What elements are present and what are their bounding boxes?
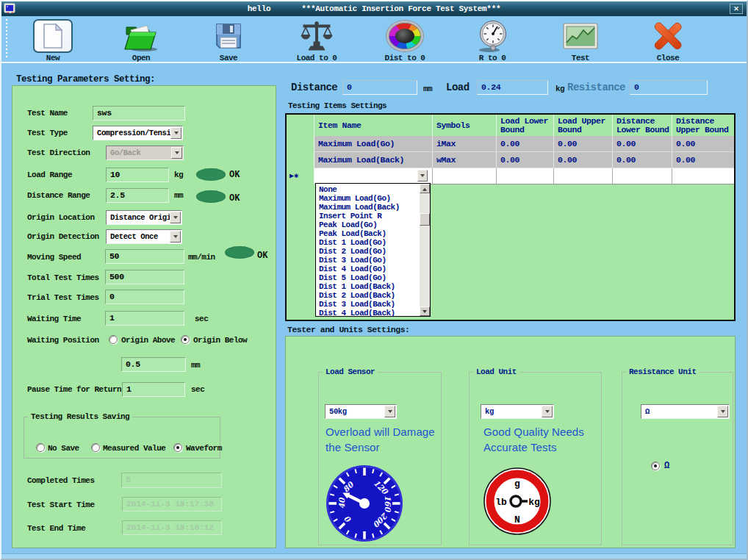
waveform-radio[interactable]: [173, 443, 182, 452]
dropdown-option[interactable]: Dist 3 Load(Go): [317, 256, 419, 265]
titlebar-close-button[interactable]: ✕: [730, 4, 743, 14]
grid-row-2-selector[interactable]: [287, 152, 314, 168]
grid-cell[interactable]: 0.00: [672, 136, 734, 152]
load-unit-combo[interactable]: kg: [481, 404, 554, 419]
toolbar: New Open Save: [1, 16, 747, 63]
waiting-offset-input[interactable]: 0.5: [121, 357, 186, 372]
grid-cell[interactable]: 0.00: [613, 152, 672, 168]
no-save-radio[interactable]: [36, 443, 45, 452]
dropdown-option[interactable]: Dist 2 Load(Go): [317, 247, 419, 256]
grid-row-2[interactable]: Maximum Load(Back) wMax 0.00 0.00 0.00 0…: [314, 152, 734, 168]
load-range-status-text: OK: [229, 170, 240, 180]
origin-detection-dropdown-arrow[interactable]: [170, 231, 181, 243]
dropdown-option[interactable]: Dist 1 Load(Back): [317, 282, 419, 291]
grid-edit-load-lower-cell[interactable]: [497, 168, 554, 184]
dropdown-option[interactable]: Maximum Load(Go): [317, 194, 419, 203]
scrollbar-thumb[interactable]: [420, 213, 430, 226]
origin-location-value: Distance Origin: [110, 213, 176, 222]
dropdown-option[interactable]: None: [317, 185, 419, 194]
close-button[interactable]: Close: [631, 18, 705, 62]
dist-to-0-button[interactable]: Dist to 0: [368, 18, 442, 62]
load-range-input[interactable]: 10: [106, 168, 169, 182]
open-button[interactable]: Open: [104, 18, 178, 62]
origin-location-label: Origin Location: [27, 212, 95, 223]
test-name-input[interactable]: sws: [93, 106, 185, 121]
grid-cell[interactable]: 0.00: [554, 136, 613, 152]
grid-edit-row-selector[interactable]: ▶✱: [287, 168, 314, 184]
grid-edit-dist-lower-cell[interactable]: [613, 168, 672, 184]
grid-cell[interactable]: 0.00: [497, 152, 554, 168]
dropdown-option[interactable]: Maximum Load(Back): [317, 203, 419, 212]
distance-range-input[interactable]: 2.5: [106, 188, 169, 203]
load-unit-dropdown-arrow[interactable]: [542, 406, 553, 417]
dropdown-option[interactable]: Peak Load(Back): [317, 229, 419, 238]
load-to-0-button[interactable]: Load to 0: [280, 18, 353, 62]
load-range-status-light: [196, 168, 226, 181]
load-unit-note: Good Quality Needs Accurate Tests: [483, 424, 586, 455]
resistance-unit-caption: Resistance Unit: [626, 367, 700, 378]
dropdown-scrollbar[interactable]: [420, 184, 430, 316]
test-button[interactable]: Test: [544, 18, 617, 62]
close-x-icon: [651, 20, 685, 52]
measured-value-radio[interactable]: [91, 443, 100, 452]
total-test-times-input[interactable]: 500: [105, 270, 184, 284]
scrollbar-down-button[interactable]: [420, 306, 430, 316]
ohm-radio[interactable]: [651, 462, 660, 470]
dropdown-option[interactable]: Dist 2 Load(Back): [317, 291, 419, 300]
grid-edit-symbols-cell[interactable]: [433, 168, 497, 184]
grid-edit-load-upper-cell[interactable]: [554, 168, 613, 184]
moving-speed-input[interactable]: 50: [105, 249, 184, 264]
grid-header-symbols: Symbols: [433, 115, 497, 136]
load-sensor-value: 50kg: [329, 407, 347, 416]
grid-row-1-selector[interactable]: [287, 136, 314, 152]
dropdown-option[interactable]: Dist 4 Load(Back): [317, 309, 419, 317]
dropdown-option[interactable]: Peak Load(Go): [317, 220, 419, 229]
grid-edit-dist-upper-cell[interactable]: [672, 168, 734, 184]
grid-edit-dropdown-arrow[interactable]: [417, 170, 428, 182]
save-button[interactable]: Save: [192, 18, 265, 62]
grid-row-1[interactable]: Maximum Load(Go) iMax 0.00 0.00 0.00 0.0…: [314, 136, 734, 152]
dropdown-option[interactable]: Dist 3 Load(Back): [317, 300, 419, 309]
load-sensor-dropdown-arrow[interactable]: [384, 406, 395, 417]
trial-test-times-input[interactable]: 0: [105, 290, 184, 304]
grid-cell[interactable]: wMax: [433, 152, 497, 168]
grid-cell[interactable]: 0.00: [672, 152, 734, 168]
dropdown-option[interactable]: Insert Point R: [317, 212, 419, 220]
test-type-combo[interactable]: Compression/Tensio: [93, 126, 183, 140]
moving-speed-status-light: [225, 246, 254, 259]
toolbar-grip[interactable]: [6, 19, 7, 59]
test-direction-dropdown-arrow: [171, 147, 182, 159]
origin-location-dropdown-arrow[interactable]: [170, 212, 181, 223]
grid-cell[interactable]: Maximum Load(Back): [314, 152, 433, 168]
load-unit-caption: Load Unit: [473, 367, 519, 378]
dropdown-option[interactable]: Dist 5 Load(Go): [317, 273, 419, 282]
grid-cell[interactable]: 0.00: [554, 152, 613, 168]
dropdown-option[interactable]: Dist 4 Load(Go): [317, 265, 419, 273]
grid-cell[interactable]: 0.00: [497, 136, 554, 152]
load-sensor-combo[interactable]: 50kg: [325, 404, 397, 419]
resistance-unit-value: Ω: [645, 407, 650, 416]
window-title-main: ***Automatic Insertion Force Test System…: [301, 4, 500, 13]
distance-readout-unit: mm: [423, 85, 432, 93]
dropdown-option[interactable]: Dist 1 Load(Go): [317, 238, 419, 247]
origin-location-combo[interactable]: Distance Origin: [106, 210, 182, 225]
origin-detection-combo[interactable]: Detect Once: [106, 229, 182, 244]
waiting-time-input[interactable]: 1: [105, 311, 184, 326]
resistance-unit-combo[interactable]: Ω: [641, 404, 730, 419]
grid-cell[interactable]: 0.00: [613, 136, 672, 152]
origin-above-radio[interactable]: [109, 335, 118, 344]
r-to-0-button[interactable]: R to 0: [456, 18, 529, 62]
edit-row-marker: ▶✱: [287, 168, 314, 184]
grid-edit-item-combo[interactable]: [314, 168, 433, 184]
scrollbar-up-button[interactable]: [420, 184, 430, 193]
new-button[interactable]: New: [16, 18, 90, 62]
test-type-dropdown-arrow[interactable]: [170, 127, 181, 139]
grid-cell[interactable]: iMax: [433, 136, 497, 152]
grid-cell[interactable]: Maximum Load(Go): [314, 136, 433, 152]
resistance-unit-dropdown-arrow[interactable]: [717, 406, 728, 417]
origin-below-radio[interactable]: [181, 335, 190, 344]
resistance-readout-label: Resistance: [567, 81, 625, 94]
units-section-title: Tester and Units Settings:: [287, 325, 409, 334]
load-sensor-note: Overload will Damage the Sensor: [326, 424, 437, 455]
pause-time-input[interactable]: 1: [122, 382, 185, 397]
